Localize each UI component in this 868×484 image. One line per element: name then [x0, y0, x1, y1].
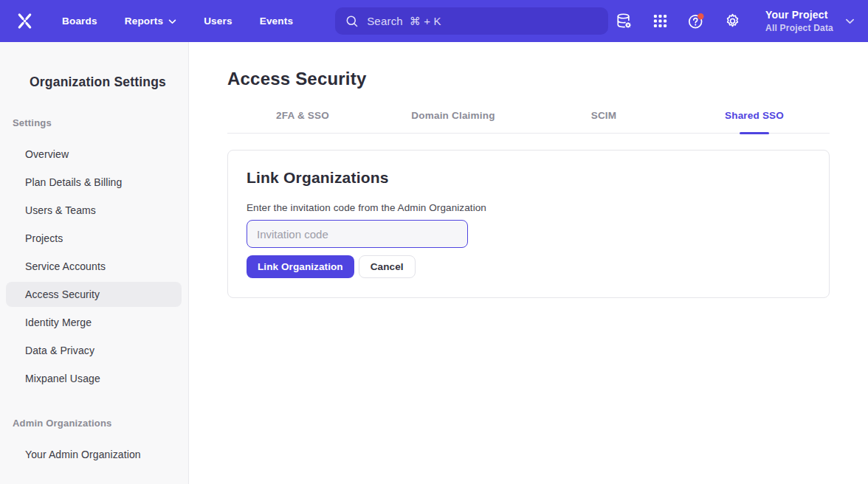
page-title: Access Security [227, 69, 830, 89]
tab-domain-claiming[interactable]: Domain Claiming [378, 110, 528, 133]
search-input[interactable]: Search ⌘ + K [335, 7, 608, 35]
sidebar-section: Settings OverviewPlan Details & BillingU… [0, 117, 188, 391]
chevron-down-icon [845, 18, 855, 24]
invitation-code-label: Enter the invitation code from the Admin… [247, 202, 810, 213]
sidebar-item-service-accounts[interactable]: Service Accounts [6, 254, 182, 279]
data-management-icon[interactable] [615, 13, 633, 30]
project-name: Your Project [765, 9, 833, 21]
mixpanel-logo[interactable] [15, 11, 35, 31]
main-content: Access Security 2FA & SSODomain Claiming… [189, 42, 868, 484]
sidebar-item-overview[interactable]: Overview [6, 142, 182, 167]
sidebar-item-your-admin-organization[interactable]: Your Admin Organization [6, 442, 182, 467]
sidebar-title: Organization Settings [0, 75, 188, 90]
nav-item-events[interactable]: Events [260, 15, 293, 27]
sidebar-section-label: Settings [0, 117, 188, 128]
search-icon [345, 15, 359, 28]
cancel-button[interactable]: Cancel [359, 255, 416, 278]
invitation-code-input[interactable] [247, 220, 468, 248]
search-placeholder: Search ⌘ + K [367, 15, 441, 28]
sidebar-item-data-privacy[interactable]: Data & Privacy [6, 338, 182, 363]
sidebar-item-mixpanel-usage[interactable]: Mixpanel Usage [6, 366, 182, 391]
link-organization-button[interactable]: Link Organization [247, 255, 354, 278]
sidebar-item-plan-details-billing[interactable]: Plan Details & Billing [6, 170, 182, 195]
card-title: Link Organizations [247, 169, 810, 187]
settings-gear-icon[interactable] [723, 13, 741, 30]
top-nav: Boards Reports Users Events Search ⌘ + K [0, 0, 868, 42]
sidebar-section: Admin Organizations Your Admin Organizat… [0, 418, 188, 467]
nav-item-users[interactable]: Users [204, 15, 232, 27]
sidebar-item-users-teams[interactable]: Users & Teams [6, 198, 182, 223]
tab-bar: 2FA & SSODomain ClaimingSCIMShared SSO [227, 110, 830, 134]
primary-nav: Boards Reports Users Events [62, 15, 293, 27]
card-actions: Link Organization Cancel [247, 255, 810, 278]
project-dataset: All Project Data [765, 23, 833, 33]
mixpanel-logo-icon [15, 11, 35, 31]
settings-sidebar: Organization Settings Settings OverviewP… [0, 42, 189, 484]
tab-shared-sso[interactable]: Shared SSO [679, 110, 830, 133]
nav-utilities: Your Project All Project Data [615, 9, 855, 33]
sidebar-item-identity-merge[interactable]: Identity Merge [6, 310, 182, 335]
link-organizations-card: Link Organizations Enter the invitation … [227, 150, 830, 298]
sidebar-item-projects[interactable]: Projects [6, 226, 182, 251]
sidebar-section-label: Admin Organizations [0, 418, 188, 429]
project-switcher[interactable]: Your Project All Project Data [765, 9, 855, 33]
apps-grid-icon[interactable] [651, 13, 669, 30]
chevron-down-icon [168, 19, 176, 24]
nav-item-reports[interactable]: Reports [125, 15, 176, 27]
help-icon[interactable] [687, 13, 705, 30]
tab-scim[interactable]: SCIM [528, 110, 679, 133]
project-labels: Your Project All Project Data [765, 9, 833, 33]
sidebar-item-access-security[interactable]: Access Security [6, 282, 182, 307]
notification-dot [698, 13, 703, 19]
tab-2fa-sso[interactable]: 2FA & SSO [227, 110, 378, 133]
nav-item-boards[interactable]: Boards [62, 15, 97, 27]
